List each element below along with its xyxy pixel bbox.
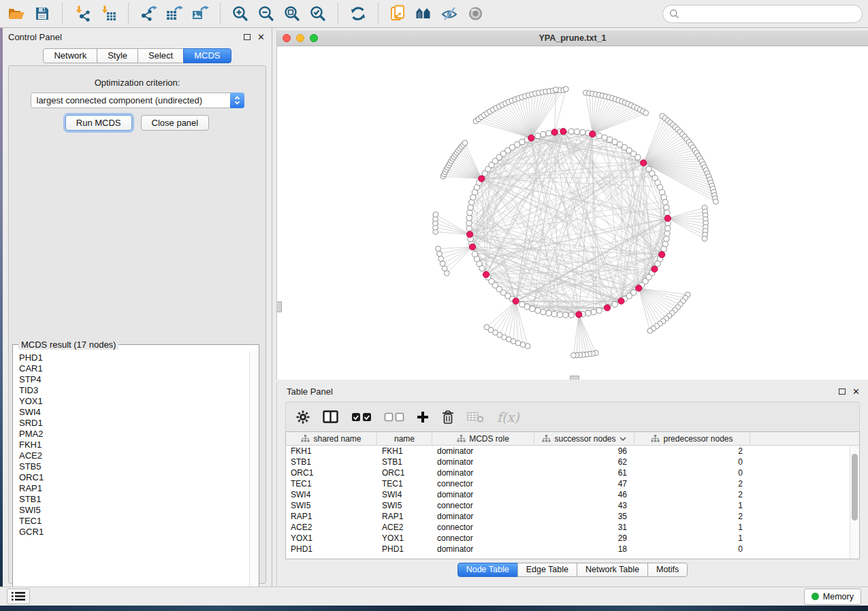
import-network-button[interactable] <box>71 3 93 24</box>
zoom-selected-button[interactable] <box>307 3 329 24</box>
import-table-button[interactable] <box>97 3 119 24</box>
table-row[interactable]: ORC1ORC1dominator610 <box>286 467 850 478</box>
table-cell: 2 <box>634 446 750 457</box>
zoom-in-button[interactable] <box>229 3 251 24</box>
mcds-result-item[interactable]: SWI5 <box>19 505 248 516</box>
status-bar: Memory <box>0 587 868 606</box>
zoom-fit-button[interactable] <box>281 3 303 24</box>
open-in-browser-button[interactable] <box>387 3 409 24</box>
table-cell: 29 <box>534 533 634 544</box>
select-all-button[interactable] <box>351 408 372 426</box>
save-icon <box>33 5 51 22</box>
mcds-result-item[interactable]: ACE2 <box>19 450 248 461</box>
add-column-button[interactable] <box>417 408 429 426</box>
search-box[interactable] <box>662 5 863 23</box>
search-input[interactable] <box>684 9 856 19</box>
table-row[interactable]: STB1STB1dominator620 <box>286 457 850 467</box>
mcds-result-item[interactable]: SWI4 <box>19 407 248 418</box>
close-panel-icon[interactable]: ✕ <box>257 33 265 42</box>
hide-details-button[interactable] <box>439 3 461 24</box>
open-file-button[interactable] <box>5 3 27 24</box>
table-row[interactable]: TEC1TEC1connector472 <box>286 478 850 489</box>
tab-style[interactable]: Style <box>97 48 138 63</box>
mcds-result-item[interactable]: SRD1 <box>19 418 248 429</box>
float-panel-icon[interactable] <box>244 34 251 40</box>
export-table-button[interactable] <box>163 3 185 24</box>
close-panel-button[interactable]: Close panel <box>141 115 210 131</box>
float-table-panel-icon[interactable] <box>839 389 846 395</box>
mcds-result-item[interactable]: TID3 <box>19 385 248 396</box>
close-table-panel-icon[interactable]: ✕ <box>852 387 860 396</box>
table-mode-button[interactable] <box>295 408 310 426</box>
show-details-button[interactable] <box>465 3 487 24</box>
table-panel-title: Table Panel <box>287 386 832 397</box>
network-overview-button[interactable] <box>413 3 435 24</box>
mcds-result-item[interactable]: CAR1 <box>19 363 248 374</box>
table-cell: 61 <box>534 467 634 478</box>
mcds-result-item[interactable]: GCR1 <box>19 527 248 538</box>
zoom-out-button[interactable] <box>255 3 277 24</box>
table-cell: 35 <box>534 511 634 522</box>
tree-icon <box>301 435 310 442</box>
table-cell: connector <box>432 533 534 544</box>
tab-node-table[interactable]: Node Table <box>457 563 518 577</box>
deselect-all-button[interactable] <box>384 408 404 426</box>
table-row[interactable]: YOX1YOX1connector291 <box>286 533 850 544</box>
save-button[interactable] <box>31 3 53 24</box>
refresh-button[interactable] <box>347 3 369 24</box>
mcds-result-item[interactable]: YOX1 <box>19 396 248 407</box>
node-table-body: FKH1FKH1dominator962STB1STB1dominator620… <box>286 446 850 559</box>
table-row[interactable]: RAP1RAP1dominator352 <box>286 511 850 522</box>
toolbar-separator <box>128 3 129 24</box>
table-cell: 2 <box>634 478 750 489</box>
column-header-name[interactable]: name <box>377 432 432 445</box>
delete-column-button[interactable] <box>441 408 455 426</box>
unchecked-boxes-icon <box>384 412 404 422</box>
criterion-select[interactable]: largest connected component (undirected) <box>31 93 244 108</box>
table-row[interactable]: PHD1PHD1dominator180 <box>286 544 850 555</box>
table-cell: dominator <box>432 457 534 467</box>
mcds-result-item[interactable]: FKH1 <box>19 440 248 450</box>
table-cell: ORC1 <box>286 467 377 478</box>
mcds-result-list[interactable]: PHD1CAR1STP4TID3YOX1SWI4SRD1PMA2FKH1ACE2… <box>14 351 248 600</box>
app-body: Control Panel ✕ Network Style Select MCD… <box>3 28 868 587</box>
show-column-button[interactable] <box>323 408 339 426</box>
table-scrollbar[interactable] <box>850 446 859 559</box>
table-row[interactable]: FKH1FKH1dominator962 <box>286 446 850 457</box>
tab-network[interactable]: Network <box>43 48 97 63</box>
mcds-result-scrollbar[interactable] <box>249 351 258 600</box>
mcds-result-item[interactable]: RAP1 <box>19 483 248 494</box>
show-panels-button[interactable] <box>7 589 30 604</box>
mcds-result-item[interactable]: PMA2 <box>19 429 248 440</box>
mcds-result-item[interactable]: ORC1 <box>19 472 248 483</box>
tab-motifs[interactable]: Motifs <box>647 563 688 577</box>
mcds-result-item[interactable]: STB5 <box>19 461 248 472</box>
tab-edge-table[interactable]: Edge Table <box>517 563 577 577</box>
table-row[interactable]: SWI4SWI4dominator462 <box>286 489 850 500</box>
column-header-mcds-role[interactable]: MCDS role <box>432 432 534 445</box>
table-scrollbar-thumb[interactable] <box>852 454 858 521</box>
column-header-predecessor-nodes[interactable]: predecessor nodes <box>634 432 750 445</box>
export-network-button[interactable] <box>138 3 159 24</box>
run-mcds-button[interactable]: Run MCDS <box>65 115 132 131</box>
split-handle-bottom[interactable] <box>570 376 579 380</box>
network-canvas[interactable] <box>277 46 868 380</box>
table-cell: STB1 <box>377 457 432 467</box>
column-header-shared-name[interactable]: shared name <box>286 432 377 445</box>
delete-table-button[interactable] <box>467 408 485 426</box>
mcds-result-item[interactable]: TEC1 <box>19 516 248 527</box>
table-cell: ORC1 <box>377 467 432 478</box>
column-header-successor-nodes[interactable]: successor nodes <box>534 432 634 445</box>
mcds-result-item[interactable]: PHD1 <box>19 352 248 363</box>
export-image-button[interactable] <box>189 3 211 24</box>
tab-mcds[interactable]: MCDS <box>183 48 231 63</box>
tab-select[interactable]: Select <box>138 48 184 63</box>
mcds-result-item[interactable]: STP4 <box>19 374 248 385</box>
tab-network-table[interactable]: Network Table <box>577 563 648 577</box>
function-builder-icon[interactable]: f(x) <box>497 408 519 426</box>
table-row[interactable]: ACE2ACE2connector311 <box>286 522 850 533</box>
table-row[interactable]: SWI5SWI5connector431 <box>286 500 850 511</box>
split-handle-left[interactable] <box>277 301 282 312</box>
memory-button[interactable]: Memory <box>804 589 861 605</box>
mcds-result-item[interactable]: STB1 <box>19 494 248 505</box>
